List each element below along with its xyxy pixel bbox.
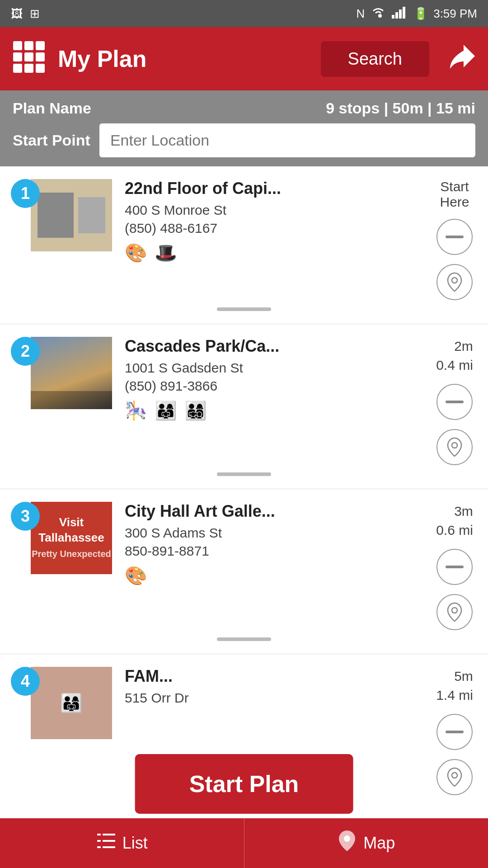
svg-point-20: [452, 773, 457, 778]
category-icon: 🎩: [155, 242, 177, 264]
remove-stop-button[interactable]: [436, 219, 473, 255]
category-icon: 🎨: [125, 242, 147, 264]
share-icon[interactable]: [446, 42, 477, 75]
map-pin-button[interactable]: [436, 264, 473, 300]
svg-rect-8: [24, 52, 33, 61]
stop-item: 1 22nd Floor of Capi... 400 S Monroe St …: [0, 166, 488, 324]
battery-icon: 🔋: [413, 7, 428, 21]
bottom-nav: List Map: [0, 818, 488, 868]
stop-number-badge: 3: [11, 502, 40, 531]
stop-phone: (850) 488-6167: [125, 221, 423, 236]
svg-point-18: [452, 608, 457, 613]
svg-rect-2: [399, 9, 402, 19]
plan-info-bar: Plan Name 9 stops | 50m | 15 mi Start Po…: [0, 90, 488, 166]
stop-icons-row: 🎨: [125, 565, 423, 586]
stop-image: VisitTallahasseePretty Unexpected: [31, 502, 112, 574]
svg-rect-12: [36, 64, 45, 73]
nfc-icon: N: [356, 7, 365, 21]
stop-item: 2 Cascades Park/Ca... 1001 S Gadsden St …: [0, 324, 488, 489]
stop-details: FAM... 515 Orr Dr: [121, 667, 423, 712]
stop-address: 400 S Monroe St: [125, 203, 423, 218]
map-nav-label: Map: [363, 834, 395, 853]
photo-icon: 🖼: [11, 7, 23, 21]
stop-name: City Hall Art Galle...: [125, 502, 423, 521]
svg-rect-15: [446, 401, 464, 403]
stop-address: 300 S Adams St: [125, 525, 423, 541]
search-button[interactable]: Search: [321, 41, 429, 77]
signal-icon: [392, 6, 408, 22]
stop-details: Cascades Park/Ca... 1001 S Gadsden St (8…: [121, 337, 423, 421]
remove-stop-button[interactable]: [436, 549, 473, 585]
status-bar: 🖼 ⊞ N 🔋 3:59 PM: [0, 0, 488, 27]
drag-handle[interactable]: [217, 472, 271, 476]
category-icon: 🎠: [125, 400, 147, 421]
stop-image: 👨‍👩‍👧: [31, 667, 112, 739]
stop-time-dist: 5m1.4 mi: [436, 667, 473, 705]
stop-details: City Hall Art Galle... 300 S Adams St 85…: [121, 502, 423, 586]
category-icon: 👨‍👩‍👧‍👦: [184, 400, 207, 421]
stop-image: [31, 179, 112, 251]
map-nav-button[interactable]: Map: [244, 818, 488, 868]
svg-point-14: [452, 278, 457, 283]
location-input[interactable]: [99, 123, 475, 157]
header-bar: My Plan Search: [0, 27, 488, 90]
status-left-icons: 🖼 ⊞: [11, 7, 40, 21]
list-nav-button[interactable]: List: [0, 818, 244, 868]
stop-image: [31, 337, 112, 409]
start-here-label: StartHere: [440, 179, 469, 210]
svg-point-27: [344, 835, 350, 842]
remove-stop-button[interactable]: [436, 714, 473, 750]
stop-address: 1001 S Gadsden St: [125, 360, 423, 376]
list-nav-label: List: [122, 834, 148, 853]
plan-stats: 9 stops | 50m | 15 mi: [326, 99, 475, 117]
map-pin-button[interactable]: [436, 759, 473, 795]
stop-number-badge: 1: [11, 179, 40, 208]
stop-list: 1 22nd Floor of Capi... 400 S Monroe St …: [0, 166, 488, 819]
stop-name: Cascades Park/Ca...: [125, 337, 423, 356]
stop-name: FAM...: [125, 667, 423, 686]
svg-rect-13: [446, 236, 464, 238]
map-pin-icon: [337, 830, 357, 857]
svg-rect-4: [13, 41, 22, 50]
svg-point-16: [452, 443, 457, 448]
start-point-row: Start Point: [13, 123, 475, 157]
grid-menu-icon[interactable]: [11, 39, 47, 79]
time-display: 3:59 PM: [433, 7, 477, 21]
svg-rect-21: [97, 834, 101, 835]
header-title: My Plan: [58, 45, 310, 72]
status-right-icons: N 🔋 3:59 PM: [356, 6, 477, 22]
svg-rect-1: [395, 12, 398, 19]
category-icon: 👨‍👩‍👧: [155, 400, 177, 421]
stop-phone: (850) 891-3866: [125, 378, 423, 394]
stop-actions: 3m0.6 mi: [432, 502, 477, 630]
stop-number-badge: 4: [11, 667, 40, 696]
drag-handle[interactable]: [217, 307, 271, 311]
plan-name-label: Plan Name: [13, 99, 91, 117]
stop-actions: 2m0.4 mi: [432, 337, 477, 465]
stop-phone: 850-891-8871: [125, 543, 423, 559]
stop-number-badge: 2: [11, 337, 40, 366]
svg-rect-0: [392, 15, 394, 19]
map-pin-button[interactable]: [436, 429, 473, 465]
start-point-label: Start Point: [13, 132, 90, 149]
svg-rect-7: [13, 52, 22, 61]
stop-actions: StartHere: [432, 179, 477, 300]
svg-rect-9: [36, 52, 45, 61]
svg-rect-23: [97, 840, 101, 842]
stop-details: 22nd Floor of Capi... 400 S Monroe St (8…: [121, 179, 423, 264]
stop-address: 515 Orr Dr: [125, 690, 423, 706]
svg-rect-22: [103, 834, 115, 835]
drag-handle[interactable]: [217, 637, 271, 641]
svg-rect-10: [13, 64, 22, 73]
remove-stop-button[interactable]: [436, 384, 473, 420]
stop-item: 3 VisitTallahasseePretty Unexpected City…: [0, 489, 488, 654]
start-plan-button-wrap: Start Plan: [135, 754, 353, 814]
start-plan-button[interactable]: Start Plan: [135, 754, 353, 814]
svg-rect-19: [446, 731, 464, 733]
map-pin-button[interactable]: [436, 594, 473, 630]
stop-icons-row: 🎨🎩: [125, 242, 423, 264]
stop-actions: 5m1.4 mi: [432, 667, 477, 795]
stop-icons-row: 🎠👨‍👩‍👧👨‍👩‍👧‍👦: [125, 400, 423, 421]
stop-time-dist: 3m0.6 mi: [436, 502, 473, 540]
svg-rect-3: [403, 7, 405, 19]
